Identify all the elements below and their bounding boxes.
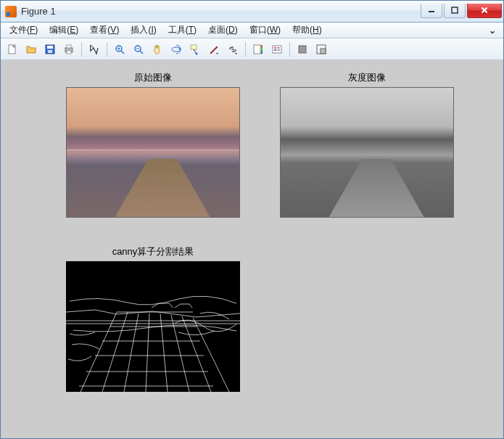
subplot-2-title: 灰度图像 <box>280 71 454 84</box>
maximize-button[interactable] <box>444 4 466 18</box>
svg-line-17 <box>140 51 143 54</box>
save-button[interactable] <box>41 41 59 58</box>
title-bar[interactable]: Figure 1 <box>1 1 503 22</box>
menu-view[interactable]: 查看(V) <box>84 22 125 38</box>
toolbar-separator <box>107 42 107 57</box>
svg-rect-21 <box>191 45 197 49</box>
link-button[interactable] <box>224 41 241 58</box>
insert-legend-button[interactable] <box>268 41 286 58</box>
rotate-3d-button[interactable] <box>168 41 185 58</box>
figure-window: Figure 1 文件(F) 编辑(E) 查看(V) 插入(I) 工具(T) 桌… <box>0 0 504 439</box>
figure-toolbar <box>1 38 503 60</box>
print-button[interactable] <box>60 41 78 58</box>
hide-tools-button[interactable] <box>294 41 311 58</box>
menu-bar: 文件(F) 编辑(E) 查看(V) 插入(I) 工具(T) 桌面(D) 窗口(W… <box>1 22 503 38</box>
grayscale-image-axes[interactable] <box>280 87 454 218</box>
svg-rect-36 <box>321 49 326 54</box>
svg-rect-7 <box>47 46 53 49</box>
menu-file[interactable]: 文件(F) <box>4 22 44 38</box>
figure-canvas[interactable]: 原始图像 灰度图像 canny算子分割结果 <box>1 60 503 438</box>
menu-insert[interactable]: 插入(I) <box>125 22 162 38</box>
menu-desktop[interactable]: 桌面(D) <box>202 22 244 38</box>
menu-window[interactable]: 窗口(W) <box>244 22 286 38</box>
svg-marker-26 <box>235 53 237 54</box>
subplot-3-title: canny算子分割结果 <box>66 245 240 258</box>
toolbar-separator <box>81 42 82 57</box>
brush-button[interactable] <box>205 41 223 58</box>
new-figure-button[interactable] <box>4 41 21 58</box>
zoom-in-button[interactable] <box>111 41 128 58</box>
svg-rect-11 <box>67 51 71 54</box>
window-title: Figure 1 <box>21 6 419 17</box>
svg-rect-1 <box>452 7 458 13</box>
toolbar-separator <box>289 42 290 57</box>
svg-rect-29 <box>273 46 281 53</box>
pan-button[interactable] <box>149 41 166 58</box>
svg-rect-34 <box>299 46 306 53</box>
svg-rect-27 <box>254 45 260 54</box>
svg-point-23 <box>196 52 198 54</box>
matlab-figure-icon <box>5 6 17 17</box>
menu-edit[interactable]: 编辑(E) <box>44 22 84 38</box>
data-cursor-button[interactable] <box>186 41 204 58</box>
canny-edge-axes[interactable] <box>66 261 240 392</box>
open-button[interactable] <box>22 41 40 58</box>
svg-line-13 <box>121 51 124 54</box>
insert-colorbar-button[interactable] <box>249 41 267 58</box>
dock-figure-button[interactable] <box>313 41 330 58</box>
menu-tools[interactable]: 工具(T) <box>162 22 202 38</box>
zoom-out-button[interactable] <box>130 41 147 58</box>
svg-rect-8 <box>48 50 52 53</box>
window-controls <box>419 4 502 20</box>
svg-rect-10 <box>67 45 71 48</box>
toolbar-separator <box>245 42 246 57</box>
subplot-1-title: 原始图像 <box>66 71 240 84</box>
close-button[interactable] <box>467 4 502 18</box>
subplot-3: canny算子分割结果 <box>66 245 240 392</box>
subplot-2: 灰度图像 <box>280 71 454 218</box>
edit-plot-button[interactable] <box>86 41 103 58</box>
svg-marker-24 <box>216 53 218 54</box>
original-image-axes[interactable] <box>66 87 240 218</box>
svg-rect-28 <box>261 45 263 54</box>
subplot-1: 原始图像 <box>66 71 240 218</box>
minimize-button[interactable] <box>421 4 442 18</box>
menu-help[interactable]: 帮助(H) <box>286 22 328 38</box>
dock-indicator-icon[interactable]: ⌄ <box>484 25 500 36</box>
